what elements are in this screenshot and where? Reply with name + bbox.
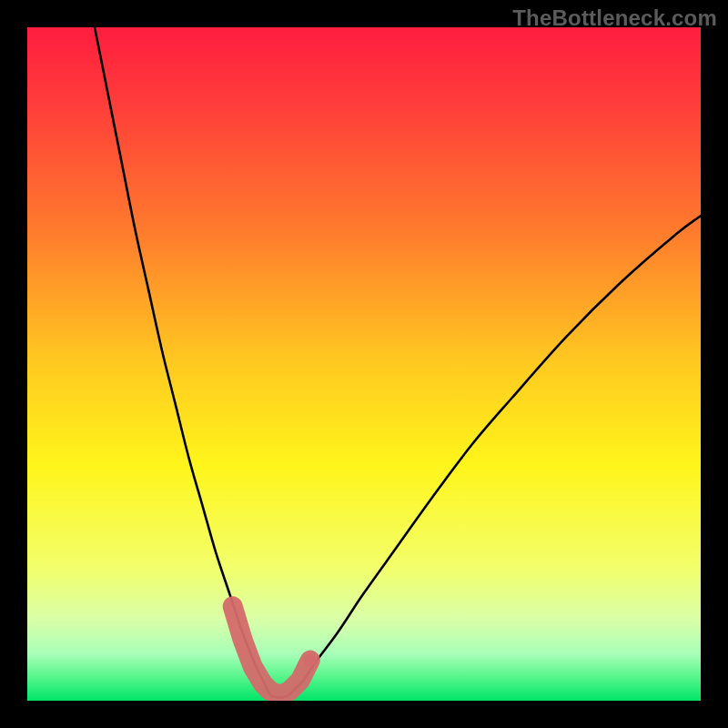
optimal-range-marker <box>233 606 317 693</box>
bottleneck-curve <box>95 27 701 698</box>
plot-area <box>27 27 701 701</box>
chart-frame: TheBottleneck.com <box>0 0 728 728</box>
svg-point-1 <box>304 654 317 667</box>
chart-overlay <box>27 27 701 701</box>
